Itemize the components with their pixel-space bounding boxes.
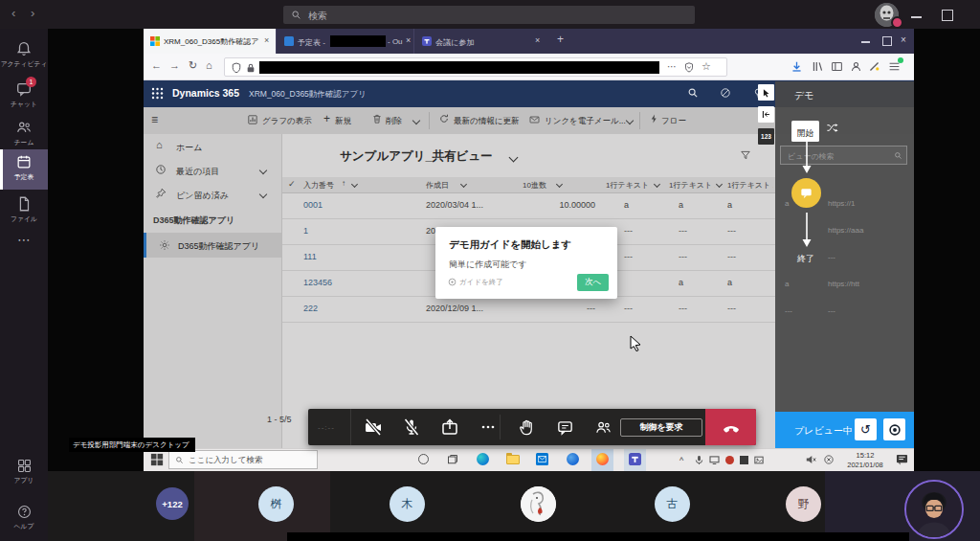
- tray-circle-x-icon[interactable]: [824, 455, 834, 464]
- cell-id-link[interactable]: 123456: [303, 278, 332, 287]
- chat-button[interactable]: [546, 417, 584, 437]
- library-icon[interactable]: [812, 60, 824, 73]
- select-all-check-icon[interactable]: ✓: [288, 179, 296, 189]
- download-icon[interactable]: [791, 60, 803, 73]
- camera-off-button[interactable]: [354, 417, 392, 437]
- history-back-button[interactable]: ‹: [11, 6, 15, 20]
- cell-id-link[interactable]: 1: [303, 226, 308, 236]
- url-bar[interactable]: ⋯ ☆: [224, 57, 727, 77]
- reload-icon[interactable]: ↻: [189, 59, 197, 72]
- cell-id-link[interactable]: 111: [303, 252, 317, 261]
- teams-search-input[interactable]: 検索: [283, 6, 695, 24]
- speaker-mute-icon[interactable]: [806, 455, 816, 464]
- tray-display-icon[interactable]: [709, 456, 720, 464]
- sidebar-item-calendar[interactable]: 予定表: [0, 153, 48, 182]
- col-header[interactable]: 入力番号: [303, 180, 334, 191]
- sidebar-item-files[interactable]: ファイル: [0, 195, 48, 224]
- col-header[interactable]: 1行テキスト ...: [606, 180, 652, 191]
- tray-mic-icon[interactable]: [695, 455, 703, 465]
- nav-recent[interactable]: 最近の項目: [176, 166, 219, 178]
- taskbar-search-input[interactable]: ここに入力して検索: [168, 450, 318, 469]
- participant-avatar[interactable]: 古: [655, 486, 690, 522]
- col-header[interactable]: 1行テキスト ...: [669, 180, 715, 191]
- tab-close-icon[interactable]: ×: [535, 35, 540, 45]
- demo-cursor-tool-button[interactable]: [758, 84, 774, 101]
- cmd-show-chart[interactable]: グラフの表示: [262, 116, 312, 127]
- share-screen-button[interactable]: [431, 417, 469, 437]
- flow-end-label[interactable]: 終了: [797, 253, 814, 265]
- notification-center-icon[interactable]: [896, 454, 908, 465]
- window-restore-button[interactable]: [942, 10, 953, 21]
- tray-image-icon[interactable]: [754, 456, 764, 464]
- participants-overflow-badge[interactable]: +122: [156, 487, 189, 520]
- tray-app-icon[interactable]: [740, 456, 748, 464]
- cmd-email-link[interactable]: リンクを電子メール...: [545, 116, 626, 127]
- browser-minimize-button[interactable]: [861, 41, 870, 43]
- browser-restore-button[interactable]: [882, 36, 892, 46]
- browser-tab-active[interactable]: XRM_060_D365動作確認アプリ ×: [144, 29, 276, 54]
- edge-icon[interactable]: [477, 453, 489, 465]
- nav-pinned[interactable]: ピン留め済み: [176, 190, 229, 202]
- col-header[interactable]: 1行テキスト ..: [727, 180, 773, 191]
- browser-tab-3[interactable]: 会議に参加 ×: [413, 29, 550, 54]
- cmd-refresh[interactable]: 最新の情報に更新: [454, 116, 519, 127]
- stop-preview-button[interactable]: [883, 418, 905, 440]
- participant-avatar[interactable]: 木: [390, 486, 425, 522]
- demo-dock-button[interactable]: [758, 106, 774, 123]
- pocket-icon[interactable]: [684, 62, 694, 73]
- raise-hand-button[interactable]: [507, 417, 546, 437]
- d365-quickactions-icon[interactable]: [720, 87, 731, 99]
- cmd-flow[interactable]: フロー: [661, 116, 686, 127]
- new-tab-button[interactable]: +: [557, 33, 564, 46]
- cell-id-link[interactable]: 0001: [303, 200, 323, 210]
- extension-wand-icon[interactable]: [868, 60, 880, 73]
- shuffle-icon[interactable]: [826, 123, 839, 133]
- url-more-icon[interactable]: ⋯: [667, 61, 677, 72]
- sidebar-item-chat[interactable]: チャット: [0, 80, 48, 109]
- tab-close-icon[interactable]: ×: [264, 35, 269, 45]
- participant-avatar-image[interactable]: [521, 486, 556, 522]
- task-view-icon[interactable]: [447, 454, 458, 465]
- cortana-icon[interactable]: [418, 454, 429, 464]
- mic-off-button[interactable]: [392, 417, 431, 437]
- back-icon[interactable]: ←: [151, 59, 162, 71]
- tab-close-icon[interactable]: ×: [406, 35, 411, 45]
- browser-tab-2[interactable]: 予定表 - - Ou ×: [276, 29, 414, 54]
- view-title[interactable]: サンプルアプリ_共有ビュー: [340, 148, 493, 165]
- participants-button[interactable]: [584, 417, 622, 437]
- sidebar-item-apps[interactable]: アプリ: [0, 458, 48, 485]
- more-actions-button[interactable]: [469, 417, 507, 437]
- nav-home[interactable]: ホーム: [176, 142, 202, 154]
- tray-expand-icon[interactable]: ^: [679, 456, 683, 465]
- history-forward-button[interactable]: ›: [31, 6, 34, 20]
- participant-avatar[interactable]: 野: [786, 486, 821, 522]
- teams-taskbar-icon[interactable]: [629, 453, 641, 465]
- windows-start-button[interactable]: [150, 453, 164, 466]
- file-explorer-icon[interactable]: [506, 455, 520, 464]
- col-header[interactable]: 10進数: [523, 180, 546, 191]
- sidebar-item-more[interactable]: ⋯: [0, 232, 48, 247]
- participant-avatar[interactable]: 桝: [258, 486, 294, 522]
- browser-close-button[interactable]: ×: [901, 34, 906, 45]
- cmd-new[interactable]: 新規: [335, 116, 351, 127]
- end-guide-link[interactable]: ガイドを終了: [459, 278, 503, 287]
- d365-product-name[interactable]: Dynamics 365: [172, 87, 239, 99]
- col-header[interactable]: 作成日: [426, 180, 449, 191]
- self-video-circle[interactable]: [904, 480, 964, 539]
- nav-entity-selected[interactable]: D365動作確認アプリ: [144, 233, 281, 258]
- filter-funnel-icon[interactable]: [740, 149, 751, 161]
- next-button[interactable]: 次へ: [577, 274, 609, 291]
- sidebar-item-help[interactable]: ヘルプ: [0, 504, 48, 531]
- cmd-delete[interactable]: 削除: [386, 116, 402, 127]
- cell-id-link[interactable]: 222: [303, 304, 318, 313]
- demo-123-button[interactable]: 123: [758, 128, 774, 145]
- nav-collapse-icon[interactable]: ≡: [151, 113, 158, 126]
- home-icon[interactable]: ⌂: [206, 59, 212, 71]
- app-blue-icon[interactable]: [567, 453, 579, 465]
- sidebar-item-teams[interactable]: チーム: [0, 119, 48, 147]
- tray-status-icon[interactable]: [725, 456, 734, 464]
- sidebar-toggle-icon[interactable]: [831, 60, 843, 73]
- restart-preview-button[interactable]: ↺: [855, 418, 877, 440]
- hang-up-button[interactable]: [705, 409, 756, 445]
- taskbar-clock[interactable]: 15:12 2021/01/08: [840, 451, 890, 470]
